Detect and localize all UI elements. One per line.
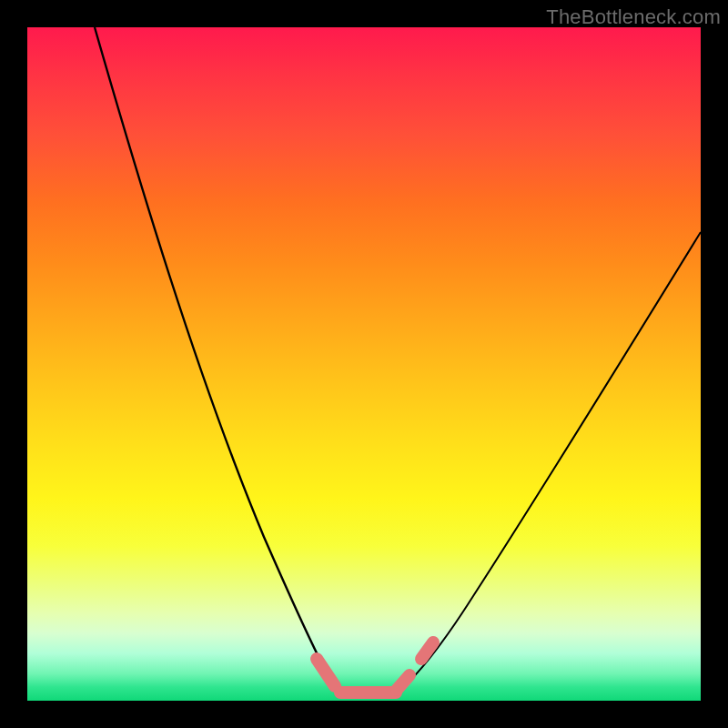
curve-layer xyxy=(27,27,701,701)
chart-frame: TheBottleneck.com xyxy=(0,0,728,728)
bottleneck-curve-left xyxy=(95,27,355,697)
marker-right-flat-end xyxy=(397,675,410,690)
plot-area xyxy=(27,27,701,701)
marker-group xyxy=(317,642,433,693)
watermark-text: TheBottleneck.com xyxy=(546,5,721,29)
bottleneck-curve-right xyxy=(402,232,701,688)
marker-left-flat-start xyxy=(317,659,335,686)
